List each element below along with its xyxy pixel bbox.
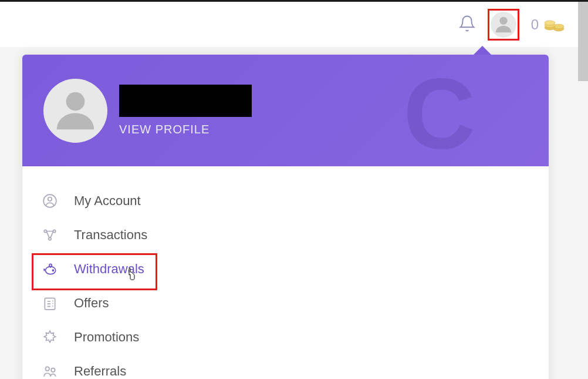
profile-menu: My Account Transactions xyxy=(22,166,549,379)
offers-icon xyxy=(42,296,58,311)
menu-item-withdrawals[interactable]: Withdrawals xyxy=(22,252,549,286)
profile-info: VIEW PROFILE xyxy=(119,85,252,136)
svg-point-16 xyxy=(45,367,49,371)
svg-point-11 xyxy=(49,237,51,240)
balance-display: 0 xyxy=(531,15,565,35)
avatar-button[interactable] xyxy=(491,12,516,38)
balance-amount: 0 xyxy=(531,16,539,33)
menu-item-transactions[interactable]: Transactions xyxy=(22,218,549,252)
svg-point-17 xyxy=(51,368,55,373)
withdrawals-icon xyxy=(42,261,58,277)
avatar-button-highlight xyxy=(488,9,519,41)
profile-banner: C VIEW PROFILE xyxy=(22,55,549,166)
menu-item-offers[interactable]: Offers xyxy=(22,286,549,320)
bg-decoration-letter: C xyxy=(403,63,475,163)
bell-icon[interactable] xyxy=(458,14,476,35)
menu-item-promotions[interactable]: Promotions xyxy=(22,320,549,354)
avatar-large xyxy=(43,79,107,143)
referrals-icon xyxy=(42,364,58,379)
svg-point-6 xyxy=(66,92,85,110)
svg-point-13 xyxy=(49,264,52,266)
view-profile-link[interactable]: VIEW PROFILE xyxy=(119,123,252,136)
svg-point-8 xyxy=(48,197,52,202)
menu-item-my-account[interactable]: My Account xyxy=(22,184,549,218)
profile-dropdown: C VIEW PROFILE My Account xyxy=(22,55,549,379)
svg-point-0 xyxy=(499,16,507,24)
account-icon xyxy=(42,193,58,209)
header: 0 xyxy=(0,2,588,47)
menu-item-referrals[interactable]: Referrals xyxy=(22,354,549,379)
menu-label: Transactions xyxy=(74,227,147,243)
menu-label: Withdrawals xyxy=(74,261,144,277)
menu-label: Referrals xyxy=(74,364,126,379)
coins-icon xyxy=(543,15,565,35)
menu-label: Promotions xyxy=(74,330,139,345)
svg-point-5 xyxy=(545,21,555,25)
svg-point-14 xyxy=(52,270,53,271)
menu-label: Offers xyxy=(74,296,109,311)
transactions-icon xyxy=(42,227,58,243)
scrollbar-thumb[interactable] xyxy=(578,2,588,81)
promotions-icon xyxy=(42,330,58,345)
menu-label: My Account xyxy=(74,193,141,209)
profile-name-redacted xyxy=(119,85,252,117)
